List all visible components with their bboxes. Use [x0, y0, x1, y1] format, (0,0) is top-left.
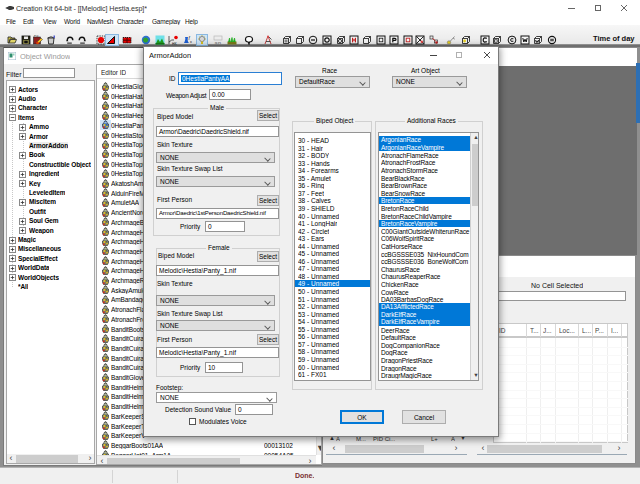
svg-text:x: x — [190, 40, 192, 44]
svg-text:an: an — [215, 40, 222, 45]
svg-text:HK: HK — [172, 42, 177, 46]
svg-text:PG: PG — [34, 35, 39, 38]
